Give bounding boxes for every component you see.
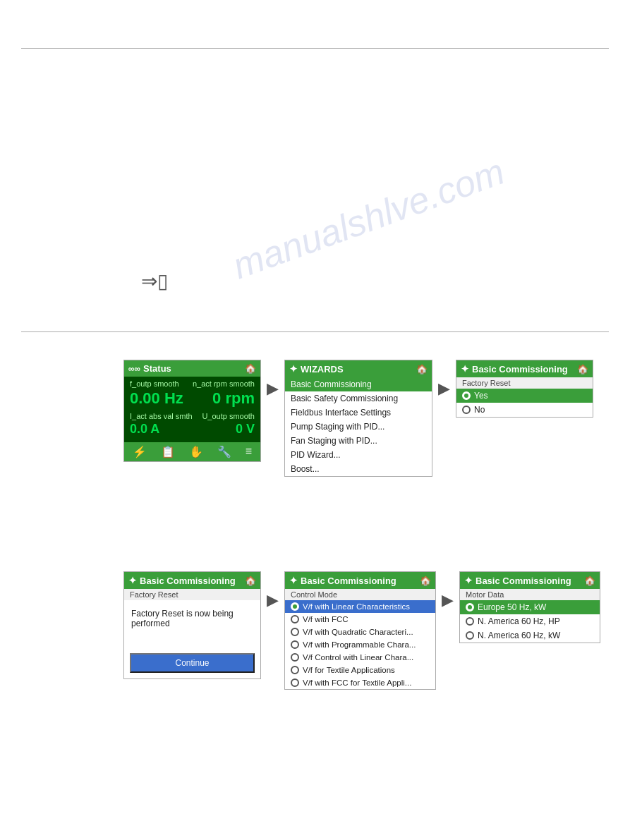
motor-dot-0: [466, 603, 474, 611]
control-mode-header: ✦ Basic Commissioning 🏠: [285, 572, 435, 589]
toolbar-btn-doc[interactable]: 📋: [161, 445, 175, 458]
control-mode-home-icon[interactable]: 🏠: [420, 576, 431, 586]
control-mode-item-4[interactable]: V/f for Textile Applications: [285, 664, 435, 676]
wizards-title: WIZARDS: [301, 364, 344, 375]
mid-divider: [21, 331, 609, 332]
status-label-hz: f_outp smooth: [130, 379, 179, 388]
motor-data-title: Basic Commissioning: [475, 576, 571, 586]
status-label-amp: I_act abs val smth: [130, 412, 193, 420]
control-mode-item-5[interactable]: V/f with FCC for Textile Appli...: [285, 676, 435, 689]
motor-data-home-icon[interactable]: 🏠: [584, 576, 595, 586]
control-mode-item-0[interactable]: V/f with FCC: [285, 613, 435, 626]
control-label-5: V/f with FCC for Textile Appli...: [303, 678, 411, 687]
wizards-item-0[interactable]: Basic Safety Commissioning: [285, 391, 432, 406]
status-toolbar: ⚡ 📋 ✋ 🔧 ≡: [124, 442, 260, 461]
control-dot-2: [291, 640, 299, 649]
control-mode-section-label: Control Mode: [285, 589, 435, 600]
factory-text-panel: ✦ Basic Commissioning 🏠 Factory Reset Fa…: [123, 571, 261, 679]
status-title: Status: [143, 363, 171, 374]
motor-radio-0[interactable]: Europe 50 Hz, kW: [460, 600, 600, 614]
panels-row1: ∞∞ Status 🏠 f_outp smooth n_act rpm smoo…: [123, 360, 593, 477]
factory2-star-icon: ✦: [128, 575, 137, 586]
status-label-rpm: n_act rpm smooth: [193, 379, 255, 388]
row1-arrow: ▶: [267, 379, 279, 398]
status-hz-value: 0.00 Hz: [130, 389, 183, 408]
control-mode-item-2[interactable]: V/f with Programmable Chara...: [285, 638, 435, 651]
factory2-section-label: Factory Reset: [124, 589, 260, 600]
control-dot-0: [291, 615, 299, 623]
control-mode-item-3[interactable]: V/f Control with Linear Chara...: [285, 651, 435, 664]
radio-no-label: No: [474, 405, 485, 415]
motor-data-header: ✦ Basic Commissioning 🏠: [460, 572, 600, 589]
wizards-header: ✦ WIZARDS 🏠: [285, 360, 432, 377]
radio-no[interactable]: No: [456, 403, 593, 417]
wizards-home-icon[interactable]: 🏠: [416, 364, 428, 375]
control-label-4: V/f for Textile Applications: [303, 666, 395, 674]
toolbar-btn-tool[interactable]: 🔧: [217, 445, 231, 458]
status-panel: ∞∞ Status 🏠 f_outp smooth n_act rpm smoo…: [123, 360, 261, 462]
control-mode-panel: ✦ Basic Commissioning 🏠 Control Mode V/f…: [284, 571, 436, 690]
motor-label-1: N. America 60 Hz, HP: [478, 616, 560, 626]
basic1-home-icon[interactable]: 🏠: [577, 364, 588, 375]
basic1-header: ✦ Basic Commissioning 🏠: [456, 360, 593, 377]
control-dot-4: [291, 666, 299, 674]
status-volt-value: 0 V: [236, 422, 255, 437]
basic-commissioning-panel1: ✦ Basic Commissioning 🏠 Factory Reset Ye…: [456, 360, 593, 418]
status-amp-value: 0.0 A: [130, 422, 159, 437]
inf-icon: ∞∞: [128, 364, 140, 374]
status-home-icon[interactable]: 🏠: [245, 363, 256, 374]
status-label-volt: U_outp smooth: [202, 412, 255, 420]
motor-data-star-icon: ✦: [464, 575, 473, 586]
control-mode-selected[interactable]: V/f with Linear Characteristics: [285, 600, 435, 613]
motor-radio-1[interactable]: N. America 60 Hz, HP: [460, 614, 600, 628]
toolbar-btn-hand[interactable]: ✋: [189, 445, 203, 458]
wizards-item-4[interactable]: PID Wizard...: [285, 448, 432, 462]
motor-label-0: Europe 50 Hz, kW: [478, 602, 546, 612]
toolbar-btn-menu[interactable]: ≡: [246, 445, 252, 458]
row2-arrow: ▶: [267, 591, 279, 609]
status-header: ∞∞ Status 🏠: [124, 360, 260, 377]
control-selected-label: V/f with Linear Characteristics: [303, 602, 410, 611]
wizards-item-5[interactable]: Boost...: [285, 462, 432, 476]
radio-no-dot: [462, 406, 471, 414]
continue-button[interactable]: Continue: [130, 653, 255, 673]
control-dot-1: [291, 628, 299, 636]
motor-radio-2[interactable]: N. America 60 Hz, kW: [460, 628, 600, 643]
motor-dot-1: [466, 617, 474, 626]
top-divider: [21, 48, 609, 49]
radio-yes-dot: [462, 391, 471, 400]
wizards-item-1[interactable]: Fieldbus Interface Settings: [285, 406, 432, 420]
status-rpm-value: 0 rpm: [212, 389, 255, 408]
basic1-title: Basic Commissioning: [472, 364, 568, 375]
row2-arrow2: ▶: [442, 591, 454, 609]
radio-yes[interactable]: Yes: [456, 389, 593, 403]
factory2-home-icon[interactable]: 🏠: [245, 576, 256, 586]
arrow-icon: ⇒▯: [141, 269, 168, 293]
motor-dot-2: [466, 631, 474, 640]
motor-label-2: N. America 60 Hz, kW: [478, 631, 560, 640]
control-label-2: V/f with Programmable Chara...: [303, 640, 416, 649]
toolbar-btn-lightning[interactable]: ⚡: [133, 445, 147, 458]
basic1-section-label: Factory Reset: [456, 377, 593, 389]
motor-data-section-label: Motor Data: [460, 589, 600, 600]
factory-reset-text: Factory Reset is now being performed: [124, 600, 260, 650]
wizards-item-3[interactable]: Fan Staging with PID...: [285, 434, 432, 448]
radio-yes-label: Yes: [474, 391, 488, 401]
motor-data-panel: ✦ Basic Commissioning 🏠 Motor Data Europ…: [459, 571, 600, 643]
wizards-item-2[interactable]: Pump Staging with PID...: [285, 420, 432, 434]
control-mode-item-1[interactable]: V/f with Quadratic Characteri...: [285, 626, 435, 638]
control-dot-5: [291, 678, 299, 687]
panels-row2: ✦ Basic Commissioning 🏠 Factory Reset Fa…: [123, 571, 600, 690]
factory2-title: Basic Commissioning: [140, 576, 236, 586]
control-selected-dot: [291, 602, 299, 611]
wizards-panel: ✦ WIZARDS 🏠 Basic Commissioning Basic Sa…: [284, 360, 432, 477]
row1-arrow2: ▶: [438, 379, 450, 398]
watermark: manualshlve.com: [227, 150, 510, 288]
wizards-selected-item[interactable]: Basic Commissioning: [285, 377, 432, 391]
wizards-star-icon: ✦: [289, 363, 298, 375]
factory2-header: ✦ Basic Commissioning 🏠: [124, 572, 260, 589]
control-dot-3: [291, 653, 299, 662]
control-label-0: V/f with FCC: [303, 615, 349, 623]
control-mode-title: Basic Commissioning: [301, 576, 396, 586]
control-mode-star-icon: ✦: [289, 575, 298, 586]
